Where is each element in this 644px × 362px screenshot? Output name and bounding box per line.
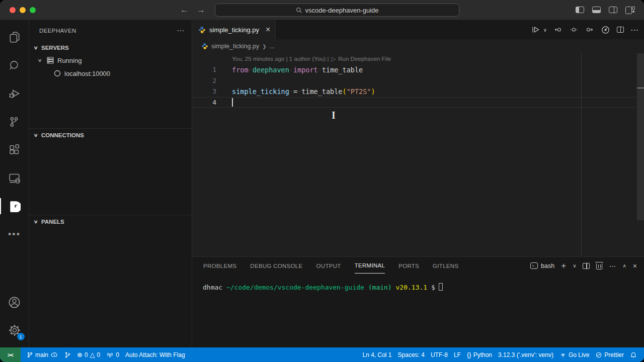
eol-item[interactable]: LF <box>451 351 464 358</box>
chevron-right-icon: ❯ <box>262 44 266 49</box>
toggle-primary-sidebar-icon[interactable] <box>576 7 584 13</box>
line-number: 2 <box>192 77 216 84</box>
server-icon <box>46 56 54 64</box>
explorer-icon[interactable] <box>0 23 29 51</box>
prettier-item[interactable]: Prettier <box>592 351 627 358</box>
next-change-icon[interactable] <box>585 26 594 34</box>
history-back-icon[interactable]: ← <box>180 5 189 15</box>
line-number: 1 <box>192 66 216 73</box>
breadcrumb-file[interactable]: simple_ticking.py <box>211 43 259 50</box>
indentation-item[interactable]: Spaces: 4 <box>395 351 428 358</box>
accounts-icon[interactable] <box>0 288 29 316</box>
tab-simple-ticking[interactable]: simple_ticking.py × <box>192 20 276 39</box>
tab-output[interactable]: OUTPUT <box>316 258 341 274</box>
new-terminal-icon[interactable]: + <box>561 261 566 271</box>
code-line[interactable]: 4 <box>192 97 644 108</box>
toggle-panel-icon[interactable] <box>592 7 601 13</box>
chevron-down-icon: ∨ <box>35 58 45 63</box>
section-servers[interactable]: ∨ SERVERS <box>29 41 192 54</box>
language-mode-item[interactable]: {} Python <box>464 351 495 358</box>
editor-scrollbar[interactable] <box>637 53 644 220</box>
more-actions-icon[interactable]: ⋯ <box>630 25 639 35</box>
run-debug-icon[interactable] <box>0 79 29 108</box>
circle-slash-icon <box>595 351 602 358</box>
open-changes-icon[interactable] <box>570 26 578 34</box>
terminal-output[interactable]: dhmac ~/code/demos/vscode-deephaven-guid… <box>192 275 644 347</box>
zoom-window-button[interactable] <box>30 7 36 13</box>
remote-explorer-icon[interactable] <box>0 164 29 192</box>
code-line[interactable]: 3simple_ticking·=·time_table("PT2S") <box>192 86 644 97</box>
tab-terminal[interactable]: TERMINAL <box>355 258 385 274</box>
breadcrumb-more[interactable]: ... <box>270 43 275 50</box>
close-panel-icon[interactable]: × <box>633 262 637 270</box>
run-dropdown-icon[interactable]: ∨ <box>543 27 547 33</box>
auto-attach-item[interactable]: Auto Attach: With Flag <box>122 351 188 358</box>
split-editor-icon[interactable] <box>617 27 624 33</box>
terminal-git-branch: (main) <box>368 284 392 291</box>
tab-debug-console[interactable]: DEBUG CONSOLE <box>250 258 302 274</box>
tab-close-icon[interactable]: × <box>266 25 270 34</box>
line-content: from·deephaven·import·time_table <box>232 66 363 74</box>
encoding-item[interactable]: UTF-8 <box>428 351 451 358</box>
line-number: 4 <box>192 99 216 106</box>
settings-badge: 1 <box>17 333 25 340</box>
notifications-bell-item[interactable] <box>627 351 640 358</box>
activity-bar: ••• 1 <box>0 20 29 347</box>
terminal-user: dhmac <box>203 284 222 291</box>
kill-terminal-icon[interactable] <box>596 263 602 269</box>
line-number: 3 <box>192 87 216 95</box>
traffic-lights <box>10 7 36 13</box>
search-view-icon[interactable] <box>0 51 29 79</box>
additional-views-icon[interactable]: ••• <box>0 220 29 248</box>
code-line[interactable]: 2 <box>192 75 644 86</box>
python-icon <box>198 26 206 34</box>
terminal-shell-label: bash <box>541 262 554 269</box>
command-center-search[interactable]: vscode-deephaven-guide <box>215 4 459 17</box>
bell-icon <box>630 351 637 358</box>
problems-item[interactable]: ⊗ 0 △ 0 <box>74 351 103 358</box>
terminal-dropdown-icon[interactable]: ∨ <box>573 263 576 268</box>
run-codelens-icon[interactable]: ▷ <box>331 55 336 62</box>
run-deephaven-file-icon[interactable] <box>531 25 541 34</box>
warning-icon: △ <box>90 351 95 358</box>
run-codelens-link[interactable]: Run Deephaven File <box>338 56 391 62</box>
python-interpreter-item[interactable]: 3.12.3 ('.venv': venv) <box>495 351 556 358</box>
close-window-button[interactable] <box>10 7 16 13</box>
tab-gitlens[interactable]: GITLENS <box>433 258 458 274</box>
maximize-panel-icon[interactable]: ∧ <box>622 263 626 268</box>
gitlens-blame-row: You, 25 minutes ago | 1 author (You) | ▷… <box>192 53 644 64</box>
split-terminal-icon[interactable] <box>583 263 590 269</box>
tree-item-running[interactable]: ∨ Running <box>29 54 192 67</box>
tab-problems[interactable]: PROBLEMS <box>203 258 236 274</box>
section-connections[interactable]: ∨ CONNECTIONS <box>29 128 192 141</box>
code-line[interactable]: 1from·deephaven·import·time_table <box>192 64 644 75</box>
git-branch-item[interactable]: main <box>24 351 61 358</box>
previous-change-icon[interactable] <box>553 26 563 34</box>
settings-gear-icon[interactable]: 1 <box>0 316 29 344</box>
search-icon <box>296 7 302 14</box>
customize-layout-icon[interactable] <box>625 7 635 13</box>
minimize-window-button[interactable] <box>20 7 26 13</box>
sidebar-more-actions-icon[interactable]: ⋯ <box>177 26 185 35</box>
history-forward-icon[interactable]: → <box>197 5 205 15</box>
extensions-icon[interactable] <box>0 136 29 164</box>
tab-label: simple_ticking.py <box>209 26 259 34</box>
tree-item-localhost[interactable]: localhost:10000 <box>29 67 192 80</box>
gitlens-file-history-icon[interactable] <box>601 25 610 35</box>
go-live-item[interactable]: Go Live <box>556 351 592 358</box>
deephaven-view-icon[interactable] <box>0 192 29 220</box>
forwarded-ports-item[interactable]: 0 <box>103 351 122 358</box>
cursor-position-item[interactable]: Ln 4, Col 1 <box>360 351 395 358</box>
panel-more-actions-icon[interactable]: ⋯ <box>609 262 616 270</box>
gitlens-graph-item[interactable] <box>61 351 74 358</box>
toggle-secondary-sidebar-icon[interactable] <box>609 7 617 13</box>
source-control-icon[interactable] <box>0 108 29 136</box>
remote-indicator[interactable]: >< <box>0 347 21 362</box>
tab-ports[interactable]: PORTS <box>398 258 419 274</box>
git-graph-icon <box>64 351 71 358</box>
terminal-instance-bash[interactable]: >_ bash <box>530 262 554 269</box>
radio-tower-icon <box>106 351 114 358</box>
code-editor[interactable]: You, 25 minutes ago | 1 author (You) | ▷… <box>192 53 644 256</box>
terminal-icon: >_ <box>530 262 538 269</box>
section-panels[interactable]: ∨ PANELS <box>29 215 192 228</box>
